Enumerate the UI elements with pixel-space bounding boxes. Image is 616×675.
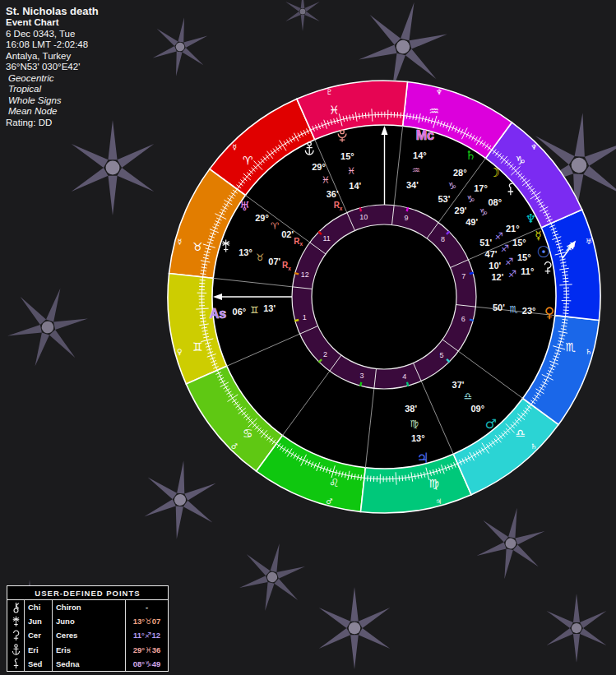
- angle-sign-asc: ♊: [250, 304, 258, 316]
- degree-tick: [199, 283, 205, 284]
- house-number-2: 2: [323, 350, 327, 358]
- planet-sign-ceres: ♐: [508, 268, 516, 280]
- degree-tick: [402, 475, 403, 481]
- chart-type: Event Chart: [6, 17, 99, 29]
- table-row-ceres: CerCeres11°♐12: [7, 628, 168, 642]
- chiron-icon: [7, 600, 25, 614]
- star-core: [571, 157, 587, 173]
- planet-minutes-eris: 36': [327, 189, 339, 199]
- point-name: Sedna: [53, 657, 126, 671]
- angle-minutes-mc: 34': [406, 180, 419, 190]
- degree-tick: [365, 113, 366, 118]
- sign-glyph-leo: ♌: [329, 476, 340, 489]
- sign-rim-glyph-scorpio: ♄: [586, 348, 592, 356]
- sign-glyph-aries: ♈: [243, 154, 253, 167]
- planet-minutes-saturn: 53': [438, 194, 451, 204]
- planet-minutes-sun: 10': [489, 261, 501, 270]
- planet-sign-sedna: ♑: [479, 206, 488, 218]
- chart-place: Antalya, Turkey: [6, 51, 99, 62]
- user-defined-points-table: USER-DEFINED POINTS ChiChiron-JunJuno13°…: [7, 585, 169, 672]
- planet-degree-venus: 23°: [522, 306, 536, 316]
- degree-tick: [563, 278, 568, 279]
- house-sign-tick: [294, 273, 299, 274]
- ceres-icon: [7, 628, 25, 642]
- planet-glyph-mercury: ☿: [535, 229, 542, 242]
- star-decoration: [285, 0, 320, 31]
- house-number-7: 7: [461, 272, 465, 280]
- degree-tick: [401, 113, 401, 118]
- planet-sign-jupiter: ♍: [410, 418, 419, 429]
- degree-tick: [563, 310, 569, 311]
- degree-tick: [368, 112, 369, 118]
- sign-rim-glyph-taurus: ☿: [178, 238, 183, 246]
- planet-minutes-juno: 07': [268, 257, 280, 266]
- planet-degree-jupiter: 13°: [411, 433, 425, 443]
- angle-label-mc: Mc: [416, 128, 434, 142]
- degree-tick: [399, 476, 400, 482]
- house-number-8: 8: [441, 235, 445, 243]
- house-number-12: 12: [301, 270, 309, 279]
- app-window: ♈☿♉☿♊♀♋♂♌♂♍♃♎♄♏♄♐♅♑♆♒♆♓♇123456789101112 …: [0, 0, 616, 675]
- house-number-1: 1: [303, 313, 307, 321]
- point-abbr: Chi: [25, 600, 53, 614]
- house-number-5: 5: [439, 351, 443, 359]
- planet-minutes-pluto: 14': [349, 181, 361, 191]
- sign-glyph-capricorn: ♑: [516, 154, 526, 167]
- angle-minutes-asc: 13': [263, 303, 276, 313]
- degree-tick: [200, 280, 206, 281]
- star-decoration: [319, 587, 391, 669]
- planet-glyph-sun: ☉: [537, 243, 551, 261]
- house-sign-tick: [470, 273, 474, 274]
- planet-degree-eris: 29°: [312, 162, 326, 172]
- planet-degree-juno: 13°: [239, 247, 252, 257]
- point-abbr: Cer: [25, 628, 53, 642]
- chart-coordinates: 36°N53' 030°E42': [6, 62, 99, 73]
- star-core: [300, 9, 306, 15]
- planet-sign-pluto: ♓: [347, 165, 355, 177]
- eris-icon: [7, 643, 25, 657]
- point-position-value: 11°♐12: [126, 628, 168, 642]
- planet-degree-ceres: 11°: [521, 266, 534, 276]
- star-decoration: [72, 120, 155, 215]
- planet-degree-pluto: 15°: [340, 151, 354, 161]
- planet-minutes-uranus: 02': [281, 229, 294, 239]
- house-sign-tick: [360, 382, 361, 386]
- sign-rim-glyph-gemini: ♀: [177, 348, 183, 356]
- house-sign-tick: [407, 382, 408, 386]
- planet-glyph-neptune: ♆: [526, 211, 536, 226]
- house-number-3: 3: [360, 372, 364, 380]
- planet-glyph-saturn: ♄: [465, 148, 476, 163]
- planet-glyph-venus: ♀: [544, 304, 554, 321]
- planet-sign-moon: ♑: [466, 193, 475, 205]
- degree-tick: [199, 312, 205, 312]
- sedna-icon: [7, 657, 25, 671]
- sign-glyph-gemini: ♊: [192, 340, 203, 354]
- planet-minutes-mercury: 47': [485, 249, 498, 259]
- point-abbr: Jun: [25, 614, 53, 628]
- star-decoration: [142, 458, 217, 543]
- sign-rim-glyph-leo: ♂: [326, 497, 332, 506]
- planet-sign-sun: ♐: [505, 256, 513, 267]
- house-number-9: 9: [404, 214, 408, 222]
- chart-date: 6 Dec 0343, Tue: [6, 29, 99, 40]
- degree-tick: [563, 313, 568, 314]
- house-sign-tick: [294, 320, 299, 321]
- planet-minutes-moon: 29': [455, 206, 467, 215]
- star-core: [175, 42, 185, 52]
- planet-minutes-neptune: 51': [479, 238, 492, 247]
- point-name: Chiron: [53, 600, 126, 614]
- planet-degree-neptune: 21°: [506, 224, 520, 233]
- point-position-value: 13°♉07: [126, 614, 168, 628]
- sign-glyph-taurus: ♉: [192, 240, 203, 253]
- planet-degree-sun: 15°: [517, 252, 531, 262]
- planet-glyph-jupiter: ♃: [417, 450, 429, 466]
- chart-title: St. Nicholas death: [6, 5, 99, 17]
- sign-rim-glyph-libra: ♄: [530, 442, 537, 451]
- sign-rim-glyph-sagittarius: ♅: [586, 238, 592, 246]
- angle-sign-mc: ♒: [412, 164, 420, 176]
- house-sign-tick: [407, 207, 408, 211]
- planet-sign-venus: ♏: [510, 303, 518, 315]
- planet-glyph-moon: ☽: [489, 165, 499, 180]
- house-number-6: 6: [461, 315, 465, 323]
- chart-setting-node: Mean Node: [6, 106, 99, 118]
